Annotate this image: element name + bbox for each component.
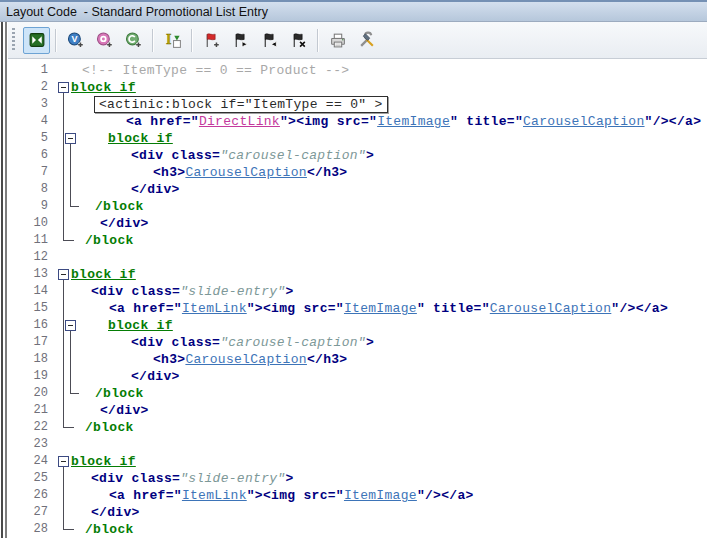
code-view-button[interactable] xyxy=(23,27,50,54)
fold-margin xyxy=(51,266,71,283)
tools-button[interactable] xyxy=(353,27,380,54)
insert-condition-button[interactable] xyxy=(91,27,118,54)
line-number: 6 xyxy=(8,147,51,164)
previous-bookmark-button[interactable] xyxy=(256,27,283,54)
next-bookmark-icon xyxy=(232,31,250,49)
toolbar-separator xyxy=(55,29,57,52)
fold-collapse-box[interactable] xyxy=(65,320,76,331)
block-if-link[interactable]: block if xyxy=(108,131,173,146)
clear-bookmarks-button[interactable] xyxy=(285,27,312,54)
fold-margin xyxy=(51,215,71,232)
fold-collapse-box[interactable] xyxy=(58,269,69,280)
code-text[interactable]: <h3>CarouselCaption</h3> xyxy=(71,164,707,181)
code-text[interactable]: </div> xyxy=(71,368,707,385)
html-tag-text: "/></a> xyxy=(645,114,702,129)
variable-link[interactable]: CarouselCaption xyxy=(185,165,307,180)
line-number: 11 xyxy=(8,232,51,249)
fold-collapse-box[interactable] xyxy=(58,456,69,467)
code-text[interactable]: /block xyxy=(71,521,707,538)
line-number: 19 xyxy=(8,368,51,385)
code-text[interactable]: <h3>CarouselCaption</h3> xyxy=(71,351,707,368)
code-text[interactable]: block if xyxy=(71,317,707,334)
block-if-link[interactable]: block if xyxy=(71,454,136,469)
code-text[interactable]: /block xyxy=(71,385,707,402)
insert-variable-button[interactable]: V xyxy=(62,27,89,54)
code-text[interactable]: <div class="slide-entry"> xyxy=(71,283,707,300)
fold-margin xyxy=(51,504,71,521)
fold-margin xyxy=(51,96,71,113)
variable-link[interactable]: CarouselCaption xyxy=(490,301,612,316)
block-if-link[interactable]: block if xyxy=(108,318,173,333)
code-text[interactable]: </div> xyxy=(71,215,707,232)
line-number: 16 xyxy=(8,317,51,334)
insert-layout-button[interactable]: I xyxy=(159,27,186,54)
code-text[interactable]: <!-- ItemType == 0 == Product --> xyxy=(71,62,707,79)
code-text[interactable] xyxy=(71,249,707,266)
fold-connector-line xyxy=(63,402,64,419)
block-end-keyword: /block xyxy=(85,233,134,248)
code-text[interactable]: <div class="carousel-caption"> xyxy=(71,147,707,164)
variable-link[interactable]: ItemLink xyxy=(182,301,247,316)
fold-collapse-box[interactable] xyxy=(58,82,69,93)
code-text[interactable] xyxy=(71,436,707,453)
variable-link[interactable]: ItemLink xyxy=(182,488,247,503)
variable-link[interactable]: ItemImage xyxy=(344,488,417,503)
code-text[interactable]: <div class="slide-entry"> xyxy=(71,470,707,487)
variable-link[interactable]: ItemImage xyxy=(377,114,450,129)
code-line: 9/block xyxy=(8,198,707,215)
fold-margin xyxy=(51,283,71,300)
code-line: 8</div> xyxy=(8,181,707,198)
line-number: 26 xyxy=(8,487,51,504)
fold-connector-line xyxy=(63,198,64,215)
insert-block-button[interactable] xyxy=(120,27,147,54)
code-text[interactable]: block if xyxy=(71,130,707,147)
fold-connector-line xyxy=(63,334,64,351)
code-text[interactable]: block if xyxy=(71,79,707,96)
fold-connector-line xyxy=(63,504,64,521)
code-editor[interactable]: 1<!-- ItemType == 0 == Product -->2block… xyxy=(8,59,707,538)
fold-margin xyxy=(51,453,71,470)
code-text[interactable]: <a href="ItemLink"><img src="ItemImage" … xyxy=(71,300,707,317)
code-line: 23 xyxy=(8,436,707,453)
variable-link[interactable]: CarouselCaption xyxy=(523,114,645,129)
toolbar-grip-handle[interactable] xyxy=(12,28,15,52)
fold-margin xyxy=(51,181,71,198)
code-text[interactable]: block if xyxy=(71,266,707,283)
code-text[interactable]: </div> xyxy=(71,402,707,419)
fold-margin xyxy=(51,419,71,436)
code-text[interactable]: </div> xyxy=(71,504,707,521)
code-text[interactable]: block if xyxy=(71,453,707,470)
code-text[interactable]: <actinic:block if="ItemType == 0" > xyxy=(71,96,707,113)
code-text[interactable]: /block xyxy=(71,232,707,249)
variable-link[interactable]: CarouselCaption xyxy=(185,352,307,367)
code-line: 28/block xyxy=(8,521,707,538)
code-text[interactable]: </div> xyxy=(71,181,707,198)
fold-margin xyxy=(51,62,71,79)
block-if-link[interactable]: block if xyxy=(71,267,136,282)
line-number: 7 xyxy=(8,164,51,181)
fold-connector-line xyxy=(70,164,71,181)
line-number: 14 xyxy=(8,283,51,300)
code-text[interactable]: <a href="ItemLink"><img src="ItemImage"/… xyxy=(71,487,707,504)
block-end-keyword: /block xyxy=(95,199,144,214)
fold-margin xyxy=(51,249,71,266)
code-text[interactable]: /block xyxy=(71,419,707,436)
code-text[interactable]: <div class="carousel-caption"> xyxy=(71,334,707,351)
fold-margin xyxy=(51,385,71,402)
print-button[interactable] xyxy=(324,27,351,54)
code-line: 18<h3>CarouselCaption</h3> xyxy=(8,351,707,368)
fold-connector-line xyxy=(63,487,64,504)
fold-collapse-box[interactable] xyxy=(65,133,76,144)
variable-link[interactable]: DirectLink xyxy=(199,114,280,129)
toggle-bookmark-button[interactable] xyxy=(198,27,225,54)
variable-link[interactable]: ItemImage xyxy=(344,301,417,316)
title-bar[interactable]: Layout Code - Standard Promotional List … xyxy=(0,0,707,22)
fold-margin xyxy=(51,351,71,368)
next-bookmark-button[interactable] xyxy=(227,27,254,54)
line-number: 23 xyxy=(8,436,51,453)
code-text[interactable]: /block xyxy=(71,198,707,215)
block-if-link[interactable]: block if xyxy=(71,80,136,95)
fold-margin xyxy=(51,317,71,334)
fold-margin xyxy=(51,368,71,385)
code-text[interactable]: <a href="DirectLink"><img src="ItemImage… xyxy=(71,113,707,130)
